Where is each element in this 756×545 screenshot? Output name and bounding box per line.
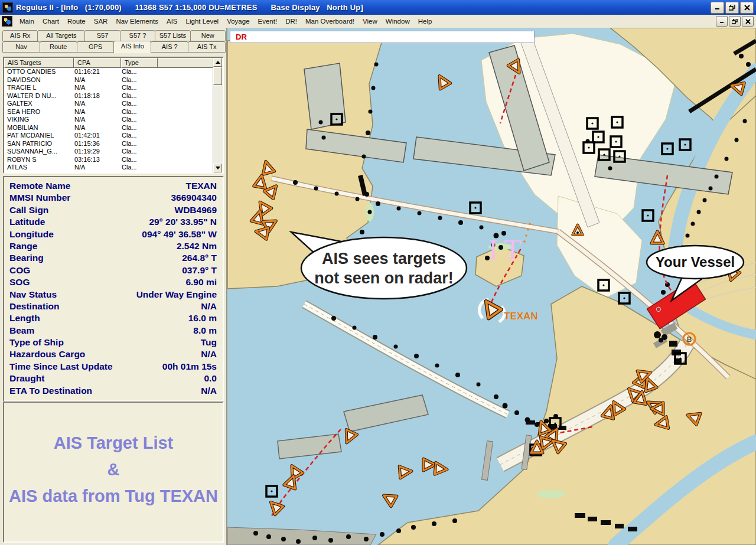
tab-gps[interactable]: GPS: [77, 41, 115, 53]
tab-ais-rx[interactable]: AIS Rx: [2, 30, 38, 41]
detail-row: Beam8.0 m: [4, 325, 223, 337]
restore-button[interactable]: [725, 2, 739, 14]
table-row[interactable]: ROBYN S03:16:13Cla...: [4, 156, 213, 164]
marsh: [537, 490, 565, 498]
tab-row-bottom: Nav Route GPS AIS Info AIS ? AIS Tx: [2, 41, 225, 53]
menu-ais[interactable]: AIS: [162, 16, 182, 27]
table-row[interactable]: WALTER D NU...01:18:18Cla...: [4, 92, 213, 100]
detail-row: Length16.0 m: [4, 313, 223, 325]
tab-ais-tx[interactable]: AIS Tx: [188, 41, 226, 53]
menu-voyage[interactable]: Voyage: [223, 16, 253, 27]
callout-your-vessel-label: Your Vessel: [656, 254, 735, 270]
ais-target-list: AIS Targets CPA Type OTTO CANDIES01:16:2…: [3, 57, 224, 174]
menu-bar: Main Chart Route SAR Nav Elements AIS Li…: [0, 15, 756, 28]
table-row[interactable]: TRACIE LN/ACla...: [4, 84, 213, 92]
minimize-icon: [719, 19, 725, 24]
table-row[interactable]: PAT MCDANIEL01:42:01Cla...: [4, 132, 213, 140]
menu-help[interactable]: Help: [414, 16, 436, 27]
child-restore-button[interactable]: [729, 16, 741, 27]
tab-s57-lists[interactable]: S57 Lists: [155, 30, 190, 41]
child-minimize-button[interactable]: [716, 16, 728, 27]
restore-icon: [729, 5, 735, 11]
menu-light-level[interactable]: Light Level: [182, 16, 223, 27]
column-header-ais-targets[interactable]: AIS Targets: [4, 58, 74, 68]
table-row[interactable]: SUSANNAH_G...01:19:29Cla...: [4, 148, 213, 156]
caption-line-1: AIS Target List: [4, 433, 223, 453]
detail-row: ETA To DestinationN/A: [4, 386, 223, 397]
scroll-down-button[interactable]: [213, 164, 222, 172]
detail-row: SOG6.90 mi: [4, 277, 223, 289]
close-icon: [744, 5, 750, 11]
table-row[interactable]: DAVIDSONN/ACla...: [4, 76, 213, 84]
close-button[interactable]: [740, 2, 754, 14]
close-icon: [745, 19, 751, 24]
scroll-up-button[interactable]: [213, 58, 222, 67]
detail-row: Draught0.0: [4, 373, 223, 385]
menu-event[interactable]: Event!: [254, 16, 282, 27]
table-row[interactable]: VIKINGN/ACla...: [4, 116, 213, 124]
list-header: AIS Targets CPA Type: [4, 58, 223, 68]
table-row[interactable]: SAN PATRICIO01:15:36Cla...: [4, 140, 213, 148]
caution-dot: [576, 231, 579, 234]
list-scrollbar[interactable]: [213, 58, 223, 172]
it-chart-label: IT: [488, 234, 527, 265]
menu-main[interactable]: Main: [15, 16, 38, 27]
table-row[interactable]: OTTO CANDIES01:16:21Cla...: [4, 68, 213, 76]
beacon-b-label: B: [687, 335, 692, 344]
arrow-down-icon: [216, 167, 220, 169]
tab-s57-query[interactable]: S57 ?: [120, 30, 155, 41]
ais-panel: AIS Rx All Targets S57 S57 ? S57 Lists N…: [0, 28, 227, 545]
scroll-thumb[interactable]: [213, 67, 222, 85]
menu-dr[interactable]: DR!: [281, 16, 301, 27]
child-close-button[interactable]: [742, 16, 754, 27]
menu-view[interactable]: View: [359, 16, 382, 27]
tab-route[interactable]: Route: [40, 41, 77, 53]
menu-man-overboard[interactable]: Man Overboard!: [301, 16, 359, 27]
detail-row: Latitude29° 20' 33.95" N: [4, 217, 223, 229]
nautical-chart[interactable]: TEXAN B IT AIS sees targets not seen on …: [227, 28, 756, 545]
detail-row: Remote NameTEXAN: [4, 181, 223, 192]
menu-chart[interactable]: Chart: [38, 16, 63, 27]
tab-row-top: AIS Rx All Targets S57 S57 ? S57 Lists N…: [2, 30, 225, 41]
detail-row: Call SignWDB4969: [4, 205, 223, 217]
tab-s57[interactable]: S57: [84, 30, 120, 41]
table-row[interactable]: GALTEXN/ACla...: [4, 100, 213, 108]
minimize-button[interactable]: [711, 2, 724, 14]
menu-nav-elements[interactable]: Nav Elements: [112, 16, 162, 27]
chart-display[interactable]: DR: [227, 28, 756, 545]
menu-window[interactable]: Window: [382, 16, 414, 27]
table-row[interactable]: ATLASN/ACla...: [4, 164, 213, 172]
column-header-type[interactable]: Type: [121, 58, 158, 68]
detail-row: DestinationN/A: [4, 301, 223, 313]
detail-row: Range2.542 Nm: [4, 241, 223, 253]
caption-line-3: AIS data from Tug TEXAN: [4, 487, 223, 506]
detail-row: Longitude094° 49' 36.58" W: [4, 229, 223, 241]
detail-row: Hazardous CargoN/A: [4, 349, 223, 361]
title-bar: Regulus II - [Info (1:70,000) 11368 S57 …: [0, 0, 756, 15]
column-header-cpa[interactable]: CPA: [74, 58, 121, 68]
menu-route[interactable]: Route: [63, 16, 90, 27]
dr-status-bar: DR: [230, 31, 535, 43]
detail-row: Nav StatusUnder Way Engine: [4, 289, 223, 301]
child-window-icon: [2, 16, 12, 27]
table-row[interactable]: MOBILIANN/ACla...: [4, 124, 213, 132]
list-body: OTTO CANDIES01:16:21Cla... DAVIDSONN/ACl…: [4, 68, 213, 172]
tab-ais-info[interactable]: AIS Info: [113, 41, 151, 53]
arrow-up-icon: [216, 61, 220, 64]
tab-new[interactable]: New: [190, 30, 226, 41]
table-row[interactable]: SEA HERON/ACla...: [4, 108, 213, 116]
annotation-caption: AIS Target List & AIS data from Tug TEXA…: [3, 402, 224, 543]
ais-detail-panel: Remote NameTEXAN MMSI Number366904340 Ca…: [3, 176, 224, 402]
callout-radar-line1: AIS sees targets: [322, 250, 446, 267]
tab-nav[interactable]: Nav: [2, 41, 40, 53]
caption-line-2: &: [4, 460, 223, 479]
tab-ais-query[interactable]: AIS ?: [151, 41, 188, 53]
restore-icon: [732, 19, 738, 24]
detail-row: Time Since Last Update00h 01m 15s: [4, 361, 223, 373]
window-title: Regulus II - [Info (1:70,000) 11368 S57 …: [16, 3, 363, 12]
detail-row: COG037.9° T: [4, 265, 223, 277]
menu-sar[interactable]: SAR: [90, 16, 112, 27]
detail-row: Bearing264.8° T: [4, 253, 223, 265]
app-icon: [2, 2, 13, 13]
tab-all-targets[interactable]: All Targets: [37, 30, 85, 41]
